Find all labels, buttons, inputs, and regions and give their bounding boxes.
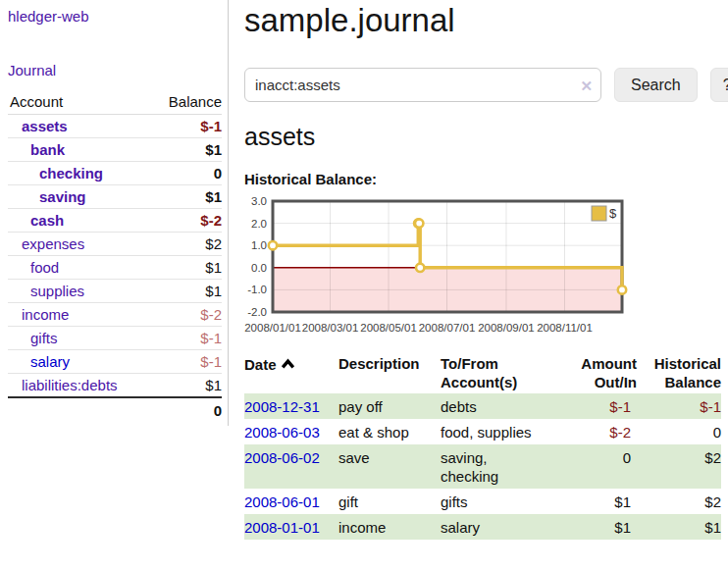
account-link[interactable]: supplies (8, 283, 84, 299)
transaction-date-link[interactable]: 2008-06-01 (244, 493, 320, 510)
account-balance: $-1 (150, 115, 222, 138)
sidebar-item-journal[interactable]: Journal (8, 62, 222, 78)
chart-title: Historical Balance: (244, 171, 728, 187)
transaction-row: 2008-06-02savesaving, checking0$2 (244, 444, 721, 489)
transaction-amount: $-2 (550, 419, 637, 444)
accounts-total-row: 0 (8, 397, 222, 423)
transaction-amount: 0 (550, 444, 637, 489)
app-window: hledger-web Journal Account Balance asse… (0, 0, 728, 540)
transaction-accounts: saving, checking (441, 444, 550, 489)
account-row: supplies$1 (8, 280, 222, 303)
transaction-description: gift (338, 489, 441, 514)
transaction-row: 2008-12-31pay offdebts$-1$-1 (244, 393, 721, 419)
x-axis-tick-label: 2008/09/01 (478, 322, 535, 334)
account-row: cash$-2 (8, 209, 222, 233)
x-axis-tick-label: 2008/05/01 (360, 322, 417, 334)
account-link[interactable]: cash (8, 212, 64, 229)
sort-ascending-icon (281, 354, 295, 373)
account-balance: $1 (150, 280, 222, 303)
search-help-button[interactable]: ? (710, 68, 728, 102)
transaction-date-link[interactable]: 2008-01-01 (244, 519, 320, 536)
transaction-accounts: gifts (441, 489, 550, 514)
transaction-accounts: food, supplies (441, 419, 550, 444)
search-input[interactable] (244, 68, 601, 102)
account-balance: $1 (150, 185, 222, 209)
account-balance: $2 (150, 233, 222, 256)
transaction-amount: $1 (550, 514, 637, 540)
account-row: assets$-1 (8, 115, 222, 138)
y-axis-tick-label: 0.0 (251, 262, 267, 274)
app-home-link[interactable]: hledger-web (8, 8, 222, 25)
account-balance: $1 (150, 374, 222, 398)
register-table: Date Description To/From Account(s) Amou… (244, 352, 721, 540)
register-header-accounts: To/From Account(s) (441, 352, 550, 393)
x-axis-tick-label: 2008/11/01 (537, 322, 593, 334)
register-header-row: Date Description To/From Account(s) Amou… (244, 352, 721, 393)
x-axis-tick-label: 2008/07/01 (419, 322, 476, 334)
accounts-table: Account Balance assets$-1bank$1checking0… (8, 91, 222, 423)
data-point-marker[interactable] (618, 286, 626, 293)
account-row: salary$-1 (8, 350, 222, 374)
account-row: bank$1 (8, 138, 222, 162)
accounts-header-account: Account (8, 91, 150, 115)
account-row: expenses$2 (8, 233, 222, 256)
search-button[interactable]: Search (614, 68, 698, 102)
historical-balance-chart[interactable]: $3.02.01.00.0-1.0-2.02008/01/012008/03/0… (244, 199, 705, 338)
transaction-description: eat & shop (338, 419, 441, 444)
register-header-date[interactable]: Date (244, 352, 338, 393)
account-link[interactable]: saving (8, 188, 86, 205)
x-axis-tick-label: 2008/01/01 (244, 322, 301, 334)
data-point-marker[interactable] (269, 241, 277, 249)
data-point-marker[interactable] (415, 219, 423, 227)
account-row: checking0 (8, 162, 222, 185)
transaction-balance: $-1 (637, 393, 721, 419)
accounts-header-row: Account Balance (8, 91, 222, 115)
y-axis-tick-label: 3.0 (251, 195, 267, 207)
account-balance: $-1 (150, 350, 222, 374)
account-row: liabilities:debts$1 (8, 374, 222, 398)
transaction-date-link[interactable]: 2008-12-31 (244, 398, 320, 415)
account-balance: $-2 (150, 303, 222, 327)
clear-search-icon[interactable]: ✕ (580, 78, 593, 92)
register-header-amount: Amount Out/In (550, 352, 637, 393)
accounts-body: assets$-1bank$1checking0saving$1cash$-2e… (8, 115, 222, 398)
accounts-header-balance: Balance (150, 91, 222, 115)
account-balance: 0 (150, 162, 222, 185)
account-link[interactable]: gifts (8, 330, 58, 346)
search-box: ✕ (244, 68, 601, 102)
page-title: sample.journal (244, 2, 728, 39)
account-link[interactable]: assets (8, 118, 68, 134)
account-link[interactable]: expenses (8, 235, 84, 252)
account-row: gifts$-1 (8, 327, 222, 350)
y-axis-tick-label: -2.0 (247, 306, 267, 318)
account-link[interactable]: checking (8, 165, 103, 182)
account-row: food$1 (8, 256, 222, 280)
sidebar: hledger-web Journal Account Balance asse… (0, 0, 229, 426)
transaction-description: income (338, 514, 441, 540)
transaction-row: 2008-06-01giftgifts$1$2 (244, 489, 721, 514)
account-balance: $-2 (150, 209, 222, 233)
data-point-marker[interactable] (416, 264, 424, 272)
account-link[interactable]: bank (8, 141, 65, 158)
account-row: income$-2 (8, 303, 222, 327)
transaction-date-link[interactable]: 2008-06-03 (244, 424, 320, 441)
transaction-amount: $1 (550, 489, 637, 514)
transaction-row: 2008-01-01incomesalary$1$1 (244, 514, 721, 540)
transaction-amount: $-1 (550, 393, 637, 419)
account-balance: $-1 (150, 327, 222, 350)
register-body: 2008-12-31pay offdebts$-1$-12008-06-03ea… (244, 393, 721, 540)
account-link[interactable]: salary (8, 353, 70, 370)
transaction-balance: $2 (637, 444, 721, 489)
y-axis-tick-label: 2.0 (251, 218, 267, 230)
transaction-description: save (338, 444, 441, 489)
account-link[interactable]: income (8, 306, 69, 323)
account-link[interactable]: food (8, 259, 59, 276)
transaction-date-link[interactable]: 2008-06-02 (244, 449, 320, 466)
search-form: ✕ Search ? (244, 68, 728, 102)
register-header-description: Description (338, 352, 441, 393)
transaction-description: pay off (338, 393, 441, 419)
chart-canvas[interactable]: $3.02.01.00.0-1.0-2.02008/01/012008/03/0… (244, 199, 705, 338)
register-header-balance: Historical Balance (637, 352, 721, 393)
account-link[interactable]: liabilities:debts (8, 377, 118, 393)
x-axis-tick-label: 2008/03/01 (302, 322, 359, 334)
